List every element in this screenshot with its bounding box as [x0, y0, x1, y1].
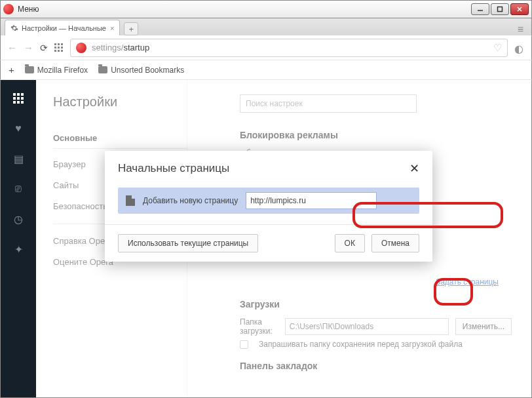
folder-icon	[25, 66, 34, 73]
rail-bookmarks-icon[interactable]: ♥	[12, 122, 25, 135]
page-url-input[interactable]	[246, 192, 377, 209]
add-page-label: Добавить новую страницу	[143, 196, 238, 205]
opera-logo-icon	[3, 4, 14, 14]
window-menu-label[interactable]: Меню	[18, 5, 39, 14]
opera-o-icon	[76, 43, 86, 53]
window-maximize-button[interactable]	[491, 3, 509, 15]
dialog-close-icon[interactable]: ✕	[409, 161, 419, 176]
address-text: settings/startup	[92, 43, 149, 52]
bookmark-heart-icon[interactable]: ♡	[493, 42, 502, 54]
nav-back-button[interactable]: ←	[7, 42, 17, 53]
add-bookmark-button[interactable]: +	[9, 64, 14, 75]
reload-button[interactable]: ⟳	[40, 43, 48, 53]
tab-close-icon[interactable]: ×	[110, 24, 114, 32]
folder-icon	[98, 66, 107, 73]
tab-title: Настройки — Начальные	[22, 24, 106, 32]
sync-icon[interactable]: ◐	[514, 43, 525, 53]
startup-pages-dialog: Начальные страницы ✕ Добавить новую стра…	[105, 151, 432, 262]
cancel-button[interactable]: Отмена	[371, 234, 419, 252]
left-rail: ♥ ▤ ⎚ ◷ ✦	[1, 80, 36, 397]
speed-dial-icon[interactable]	[54, 43, 64, 52]
window-titlebar: Меню	[0, 0, 532, 18]
rail-extensions-icon[interactable]: ✦	[12, 243, 25, 256]
gear-icon	[10, 24, 18, 32]
address-field[interactable]: settings/startup ♡	[70, 39, 508, 57]
bookmark-folder[interactable]: Mozilla Firefox	[25, 66, 88, 75]
use-current-pages-button[interactable]: Использовать текущие страницы	[118, 234, 258, 252]
tab-strip: Настройки — Начальные × + ≡	[0, 18, 532, 35]
page-icon	[126, 195, 135, 206]
rail-tabs-icon[interactable]: ⎚	[12, 182, 25, 195]
bookmark-folder[interactable]: Unsorted Bookmarks	[98, 66, 184, 75]
svg-rect-1	[498, 7, 503, 12]
easy-setup-icon[interactable]: ≡	[514, 24, 527, 35]
add-page-row: Добавить новую страницу	[118, 188, 419, 214]
nav-forward-button[interactable]: →	[24, 42, 33, 53]
window-close-button[interactable]	[510, 3, 529, 15]
ok-button[interactable]: ОК	[335, 234, 365, 252]
new-tab-button[interactable]: +	[124, 22, 138, 35]
bookmarks-bar: + Mozilla Firefox Unsorted Bookmarks	[0, 60, 532, 80]
address-toolbar: ← → ⟳ settings/startup ♡ ◐	[0, 35, 532, 60]
rail-news-icon[interactable]: ▤	[12, 152, 25, 165]
tab-settings[interactable]: Настройки — Начальные ×	[5, 20, 120, 35]
window-minimize-button[interactable]	[471, 3, 489, 15]
rail-speed-dial-icon[interactable]	[12, 92, 25, 105]
dialog-title: Начальные страницы	[118, 162, 229, 175]
rail-history-icon[interactable]: ◷	[12, 212, 25, 226]
